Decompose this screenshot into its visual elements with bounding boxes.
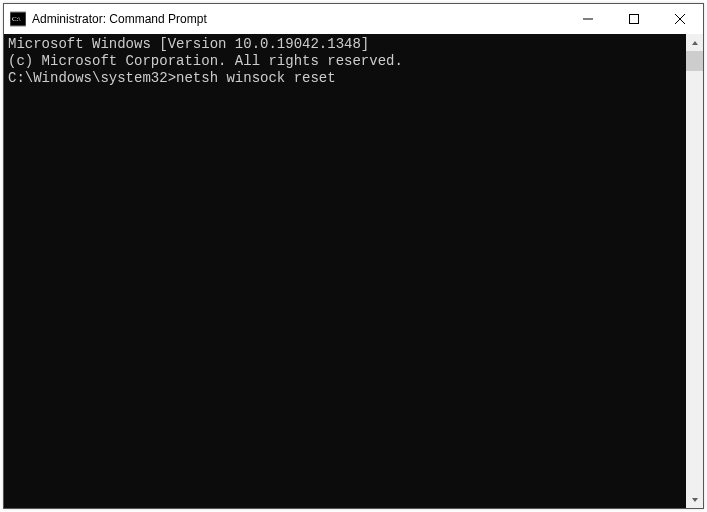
titlebar[interactable]: C:\ Administrator: Command Prompt	[4, 4, 703, 34]
terminal-line: C:\Windows\system32>netsh winsock reset	[8, 70, 686, 87]
client-area: Microsoft Windows [Version 10.0.19042.13…	[4, 34, 703, 508]
cmd-icon: C:\	[10, 11, 26, 27]
minimize-button[interactable]	[565, 4, 611, 34]
terminal-line: Microsoft Windows [Version 10.0.19042.13…	[8, 36, 686, 53]
terminal-line: (c) Microsoft Corporation. All rights re…	[8, 53, 686, 70]
scroll-up-arrow-icon[interactable]	[686, 34, 703, 51]
svg-marker-6	[692, 41, 698, 45]
svg-marker-7	[692, 498, 698, 502]
svg-text:C:\: C:\	[12, 15, 21, 23]
svg-rect-3	[630, 15, 639, 24]
maximize-button[interactable]	[611, 4, 657, 34]
window-controls	[565, 4, 703, 34]
window-title: Administrator: Command Prompt	[32, 12, 565, 26]
scroll-thumb[interactable]	[686, 51, 703, 71]
command-prompt-window: C:\ Administrator: Command Prompt Micros…	[3, 3, 704, 509]
terminal-output[interactable]: Microsoft Windows [Version 10.0.19042.13…	[4, 34, 686, 508]
close-button[interactable]	[657, 4, 703, 34]
scroll-down-arrow-icon[interactable]	[686, 491, 703, 508]
vertical-scrollbar[interactable]	[686, 34, 703, 508]
